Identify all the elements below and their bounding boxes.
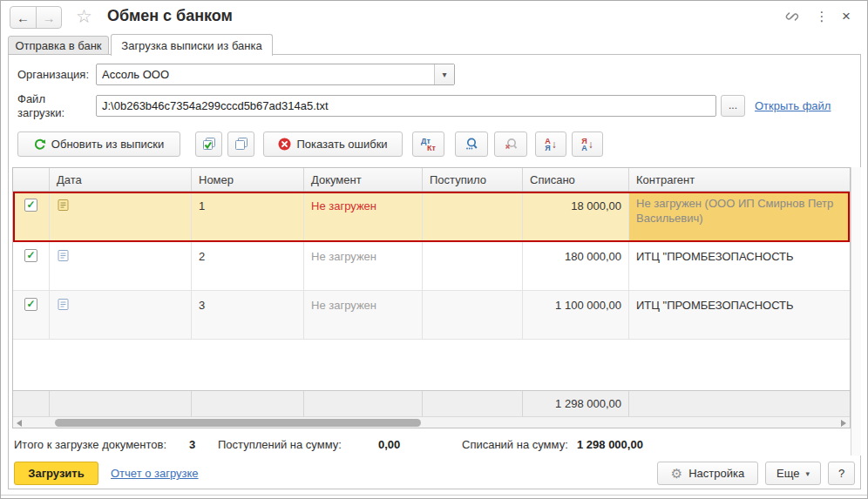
summary-bar: Итого к загрузке документов: 3 Поступлен… — [9, 436, 860, 454]
settings-label: Настройка — [688, 467, 744, 480]
search-button[interactable] — [455, 131, 488, 157]
refresh-from-statement-button[interactable]: Обновить из выписки — [17, 131, 180, 157]
tab-load-statement[interactable]: Загрузка выписки из банка — [111, 34, 273, 56]
summary-received-label: Поступлений на сумму: — [218, 438, 342, 451]
total-empty — [192, 391, 304, 416]
show-errors-label: Показать ошибки — [296, 138, 387, 151]
close-icon: × — [842, 8, 851, 25]
scroll-left-arrow[interactable] — [17, 420, 22, 427]
more-label: Еще — [776, 467, 799, 480]
forward-button[interactable]: → — [36, 7, 61, 28]
total-empty — [50, 391, 192, 416]
kt-label: Кт — [421, 145, 436, 152]
chevron-down-icon: ▾ — [805, 469, 810, 478]
refresh-icon — [34, 138, 46, 151]
browse-file-button[interactable]: ... — [721, 95, 745, 117]
table-row[interactable]: ✓ 1 Не загружен 18 000,00 — [13, 192, 850, 242]
open-file-link[interactable]: Открыть файл — [755, 99, 831, 112]
cell-received — [423, 192, 523, 241]
total-empty — [629, 391, 850, 416]
settings-button[interactable]: ⚙ Настройка — [657, 462, 758, 485]
uncheck-all-icon — [234, 137, 249, 152]
forward-icon: → — [43, 10, 56, 25]
row-check-cell: ✓ — [13, 291, 50, 339]
arrow-down-icon: ↓ — [552, 138, 557, 151]
cell-number: 1 — [192, 192, 304, 241]
sort-ascending-button[interactable]: А Я ↓ — [535, 131, 566, 157]
file-path-input[interactable] — [96, 95, 716, 117]
more-button[interactable]: Еще ▾ — [765, 462, 821, 485]
cell-contragent: ИТЦ "ПРОМБЕЗОПАСНОСТЬ — [629, 291, 850, 339]
show-errors-button[interactable]: Показать ошибки — [263, 131, 403, 157]
organization-input[interactable] — [97, 64, 434, 84]
organization-dropdown-button[interactable]: ▾ — [434, 64, 454, 84]
file-label: Файл загрузки: — [17, 92, 80, 120]
cancel-search-button[interactable] — [494, 131, 527, 157]
load-report-link[interactable]: Отчет о загрузке — [111, 467, 199, 480]
header-date[interactable]: Дата — [50, 168, 192, 191]
horizontal-scrollbar-thumb[interactable] — [55, 419, 421, 427]
cell-document: Не загружен — [304, 291, 423, 339]
header-document[interactable]: Документ — [304, 168, 423, 191]
cell-written-off: 18 000,00 — [523, 192, 629, 241]
cell-contragent: ИТЦ "ПРОМБЕЗОПАСНОСТЬ — [629, 242, 850, 290]
kebab-icon: ⋮ — [816, 9, 829, 24]
cell-received — [423, 291, 523, 339]
row-checkbox[interactable]: ✓ — [24, 298, 37, 311]
row-checkbox[interactable]: ✓ — [24, 199, 37, 212]
summary-written-label: Списаний на сумму: — [462, 438, 568, 451]
close-button[interactable]: × — [837, 9, 855, 24]
uncheck-all-button[interactable] — [227, 131, 254, 157]
header-contragent[interactable]: Контрагент — [629, 168, 850, 191]
scroll-right-arrow[interactable] — [841, 420, 846, 427]
cell-number: 2 — [192, 242, 304, 290]
total-empty — [304, 391, 423, 416]
sort-bottom-letter: А — [581, 145, 587, 152]
favorite-star-icon[interactable]: ☆ — [76, 6, 92, 27]
organization-label: Организация: — [17, 68, 89, 81]
header-written-off[interactable]: Списано — [523, 168, 629, 191]
refresh-label: Обновить из выписки — [51, 138, 164, 151]
summary-total-label: Итого к загрузке документов: — [14, 438, 166, 451]
get-link-button[interactable] — [783, 9, 801, 24]
load-button[interactable]: Загрузить — [14, 462, 98, 485]
cell-date — [50, 242, 192, 290]
search-icon — [465, 137, 479, 152]
back-button[interactable]: ← — [10, 7, 36, 28]
cancel-search-icon — [504, 137, 519, 152]
table-row[interactable]: ✓ 3 Не загружен 1 100 000,00 — [13, 291, 850, 340]
total-written-off: 1 298 000,00 — [523, 391, 629, 416]
check-all-button[interactable] — [195, 131, 222, 157]
table-empty-area — [13, 340, 850, 390]
total-empty — [423, 391, 523, 416]
document-icon — [57, 249, 184, 262]
show-postings-button[interactable]: Дт Кт — [412, 131, 444, 157]
row-checkbox[interactable]: ✓ — [24, 249, 37, 262]
sort-bottom-letter: Я — [545, 145, 551, 152]
sort-descending-button[interactable]: Я А ↓ — [572, 131, 603, 157]
gear-icon: ⚙ — [671, 468, 682, 480]
more-menu-button[interactable]: ⋮ — [813, 9, 831, 24]
window-bottom-divider — [1, 495, 867, 496]
cell-written-off: 1 100 000,00 — [523, 291, 629, 339]
row-check-cell: ✓ — [13, 242, 50, 290]
cell-document: Не загружен — [304, 192, 423, 241]
sort-desc-icon: Я А ↓ — [581, 138, 593, 152]
document-icon — [57, 298, 184, 311]
check-icon: ✓ — [26, 249, 35, 261]
tab-send-to-bank[interactable]: Отправка в банк — [8, 36, 109, 55]
cell-contragent: Не загружен (ООО ИП Смирнов Петр Василье… — [629, 192, 850, 241]
cell-date — [50, 291, 192, 339]
chevron-down-icon: ▾ — [442, 70, 446, 79]
header-received[interactable]: Поступило — [423, 168, 523, 191]
check-icon: ✓ — [26, 298, 35, 310]
header-number[interactable]: Номер — [192, 168, 304, 191]
table-row[interactable]: ✓ 2 Не загружен 180 000,00 — [13, 242, 850, 291]
row-check-cell: ✓ — [13, 192, 50, 241]
horizontal-scrollbar[interactable] — [13, 416, 850, 428]
document-icon — [57, 199, 184, 212]
bank-exchange-window: ← → ☆ Обмен с банком ⋮ × Отправка в банк… — [0, 0, 868, 499]
vertical-scrollbar[interactable] — [851, 167, 861, 455]
cell-written-off: 180 000,00 — [523, 242, 629, 290]
help-button[interactable]: ? — [828, 462, 855, 485]
